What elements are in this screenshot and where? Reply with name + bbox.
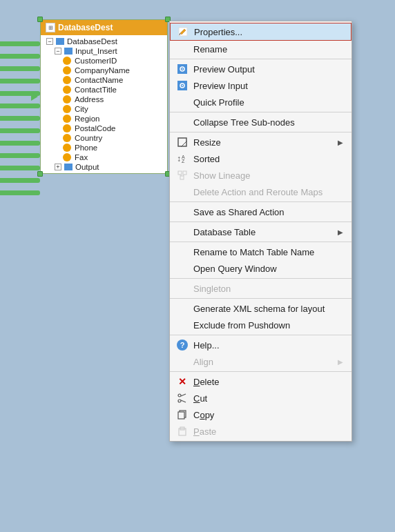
field-label-7: PostalCode xyxy=(75,124,115,132)
rename-match-label: Rename to Match Table Name xyxy=(193,247,343,257)
menu-item-save-shared[interactable]: Save as Shared Action xyxy=(170,204,351,220)
menu-item-exclude-pushdown[interactable]: Exclude from Pushdown xyxy=(170,317,351,333)
svg-point-7 xyxy=(182,85,183,86)
paste-label: Paste xyxy=(193,426,343,437)
open-query-label: Open Query Window xyxy=(193,264,343,274)
field-icon-7 xyxy=(63,124,71,132)
svg-rect-14 xyxy=(183,171,186,175)
menu-item-collapse[interactable]: Collapse Tree Sub-nodes xyxy=(170,114,351,130)
expander-input[interactable]: − xyxy=(55,48,61,55)
svg-rect-15 xyxy=(180,176,184,179)
align-arrow: ▶ xyxy=(338,358,343,366)
menu-item-cut[interactable]: Cut xyxy=(170,390,351,406)
menu-item-singleton: Singleton xyxy=(170,280,351,297)
field-icon-10 xyxy=(63,153,71,161)
cut-label: Cut xyxy=(193,393,343,404)
menu-item-copy[interactable]: Copy xyxy=(170,406,351,423)
open-query-icon xyxy=(177,263,188,274)
delete-action-label: Delete Action and Reroute Maps xyxy=(193,187,343,197)
lineage-label: Show Lineage xyxy=(193,170,343,181)
node-header-icon: ⊞ xyxy=(46,23,55,32)
database-table-icon xyxy=(177,226,188,237)
preview-input-label: Preview Input xyxy=(193,81,343,91)
menu-item-open-query[interactable]: Open Query Window xyxy=(170,260,351,277)
field-label-4: Address xyxy=(75,95,104,104)
field-label-3: ContactTitle xyxy=(75,86,117,94)
paste-icon xyxy=(177,426,188,437)
resize-label: Resize xyxy=(193,137,332,148)
field-label-2: ContactName xyxy=(75,76,123,84)
lineage-icon xyxy=(177,170,188,181)
expander-root[interactable]: − xyxy=(46,38,53,45)
menu-item-quick-profile[interactable]: Quick Profile xyxy=(170,94,351,110)
cut-icon xyxy=(177,393,188,404)
svg-rect-13 xyxy=(178,171,182,175)
menu-item-delete[interactable]: ✕ Delete xyxy=(170,373,351,390)
list-item: ContactName xyxy=(41,75,167,85)
properties-label: Properties... xyxy=(194,27,343,37)
tree-output: + Output xyxy=(41,162,167,172)
database-table-arrow: ▶ xyxy=(338,228,343,236)
field-icon-8 xyxy=(63,134,71,142)
generate-xml-label: Generate XML schema for layout xyxy=(193,304,343,314)
separator-10 xyxy=(170,371,351,372)
folder-icon-input xyxy=(64,48,73,55)
svg-text:Z: Z xyxy=(182,159,185,164)
quick-profile-label: Quick Profile xyxy=(193,97,343,108)
separator-6 xyxy=(170,242,351,242)
menu-item-rename-match[interactable]: Rename to Match Table Name xyxy=(170,244,351,260)
separator-9 xyxy=(170,335,351,335)
menu-item-resize[interactable]: Resize ▶ xyxy=(170,134,351,150)
tree-input-label: Input_Insert xyxy=(75,47,117,55)
copy-label: Copy xyxy=(193,410,343,420)
db-node[interactable]: ⊞ DatabaseDest − DatabaseDest − Input_In… xyxy=(40,19,168,174)
exclude-pushdown-icon xyxy=(177,319,188,331)
separator-7 xyxy=(170,278,351,279)
delete-label: Delete xyxy=(193,377,343,387)
rename-match-icon xyxy=(177,246,188,257)
list-item: CompanyName xyxy=(41,66,167,75)
menu-item-properties[interactable]: Properties... xyxy=(170,23,351,41)
resize-arrow: ▶ xyxy=(338,139,343,146)
field-icon-0 xyxy=(63,57,71,65)
list-item: Address xyxy=(41,95,167,104)
menu-item-generate-xml[interactable]: Generate XML schema for layout xyxy=(170,300,351,317)
field-icon-9 xyxy=(63,144,71,152)
list-item: Country xyxy=(41,133,167,143)
menu-item-preview-output[interactable]: Preview Output xyxy=(170,61,351,77)
field-label-6: Region xyxy=(75,115,99,123)
menu-item-database-table[interactable]: Database Table ▶ xyxy=(170,224,351,240)
delete-icon: ✕ xyxy=(177,376,188,387)
singleton-label: Singleton xyxy=(193,284,343,294)
tree-root-label: DatabaseDest xyxy=(67,37,117,46)
svg-point-4 xyxy=(182,68,183,70)
node-body: − DatabaseDest − Input_Insert CustomerID… xyxy=(41,35,167,173)
list-item: CustomerID xyxy=(41,56,167,66)
list-item: Fax xyxy=(41,152,167,162)
svg-text:↕: ↕ xyxy=(177,154,181,164)
list-item: Region xyxy=(41,114,167,124)
field-icon-1 xyxy=(63,66,71,75)
anchor-tl xyxy=(37,17,43,22)
expander-output[interactable]: + xyxy=(55,164,61,170)
svg-point-18 xyxy=(178,394,181,397)
align-label: Align xyxy=(193,357,332,367)
menu-item-preview-input[interactable]: Preview Input xyxy=(170,77,351,94)
save-shared-label: Save as Shared Action xyxy=(193,207,343,217)
separator-8 xyxy=(170,298,351,299)
canvas: ⊞ DatabaseDest − DatabaseDest − Input_In… xyxy=(0,0,395,532)
exclude-pushdown-label: Exclude from Pushdown xyxy=(193,320,343,331)
menu-item-help[interactable]: ? Help... xyxy=(170,337,351,353)
rename-label: Rename xyxy=(193,44,343,55)
menu-item-rename[interactable]: Rename xyxy=(170,41,351,57)
list-item: ContactTitle xyxy=(41,85,167,95)
list-item: PostalCode xyxy=(41,124,167,133)
menu-item-show-lineage: Show Lineage xyxy=(170,167,351,184)
singleton-icon xyxy=(177,283,188,294)
quick-profile-icon xyxy=(177,97,188,108)
menu-item-sorted[interactable]: ↕ A Z Sorted xyxy=(170,150,351,167)
field-label-5: City xyxy=(75,105,88,113)
tree-root: − DatabaseDest xyxy=(41,37,167,46)
node-header-title: DatabaseDest xyxy=(58,23,113,32)
delete-action-icon xyxy=(177,186,188,197)
